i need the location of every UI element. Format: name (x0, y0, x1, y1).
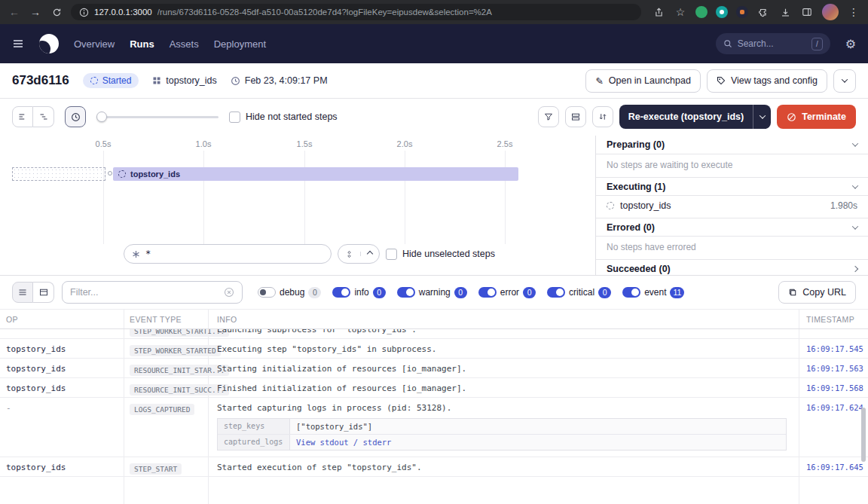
open-in-launchpad-button[interactable]: ✎ Open in Launchpad (585, 69, 701, 93)
chevron-down-icon (759, 112, 765, 118)
section-errored[interactable]: Errored (0) (596, 218, 868, 237)
toggle-switch[interactable] (547, 287, 565, 298)
reexecute-dropdown-button[interactable] (753, 105, 771, 129)
settings-gear-icon[interactable]: ⚙ (845, 37, 856, 51)
terminate-button[interactable]: Terminate (777, 105, 856, 129)
run-status-badge[interactable]: Started (83, 73, 139, 88)
log-row[interactable]: - LOGS_CAPTURED Started capturing logs i… (0, 398, 868, 457)
toggle-switch[interactable] (622, 287, 640, 298)
extension-icon[interactable] (695, 6, 708, 18)
dagster-logo[interactable] (39, 34, 59, 53)
toggle-switch[interactable] (478, 287, 497, 298)
profile-avatar[interactable] (822, 4, 839, 20)
step-selection-input-wrap[interactable] (124, 244, 332, 264)
axis-tick: 1.0s (196, 139, 212, 148)
hamburger-menu-icon[interactable] (12, 38, 24, 50)
log-row[interactable]: topstory_ids STEP_WORKER_STARTED Executi… (0, 339, 868, 359)
bookmark-star-icon[interactable]: ☆ (674, 5, 687, 19)
address-bar[interactable]: 127.0.0.1:3000/runs/673d6116-0528-45df-a… (71, 4, 641, 20)
toggle-switch[interactable] (332, 287, 350, 298)
collapse-icon[interactable] (360, 252, 379, 256)
checkbox[interactable] (386, 249, 397, 260)
section-executing[interactable]: Executing (1) (596, 177, 868, 196)
sort-arrows-icon[interactable] (592, 106, 613, 127)
level-filter-event[interactable]: event 11 (622, 287, 684, 298)
level-filter-info[interactable]: info 0 (332, 287, 385, 298)
gantt-step-bar[interactable]: topstory_ids (113, 167, 518, 181)
run-more-actions-button[interactable] (833, 69, 856, 93)
extension-icon[interactable] (716, 6, 728, 18)
level-filter-error[interactable]: error 0 (478, 287, 536, 298)
log-row[interactable]: STEP_WORKER_STARTI... Launching subproce… (0, 329, 868, 339)
section-preparing[interactable]: Preparing (0) (596, 136, 868, 154)
dagster-run-page: ← → 127.0.0.1:3000/runs/673d6116-0528-45… (0, 0, 868, 504)
level-filter-critical[interactable]: critical 0 (547, 287, 611, 298)
toggle-switch[interactable] (258, 287, 276, 298)
log-timestamp[interactable]: 16:09:17.545 (799, 339, 868, 358)
event-type-badge: LOGS_CAPTURED (130, 404, 194, 415)
rows-view-icon[interactable] (565, 106, 586, 127)
extension-icon[interactable] (736, 6, 748, 18)
log-timestamp[interactable]: 16:09:17.624 (799, 398, 868, 457)
run-id: 673d6116 (12, 73, 69, 88)
nav-item-overview[interactable]: Overview (74, 38, 115, 50)
view-stdout-stderr-link[interactable]: View stdout / stderr (290, 435, 397, 450)
global-search[interactable]: / (716, 33, 830, 54)
extensions-puzzle-icon[interactable] (756, 5, 770, 19)
log-row[interactable]: topstory_ids RESOURCE_INIT_SUCC... Finis… (0, 378, 868, 398)
job-name-chip[interactable]: topstory_ids (152, 75, 216, 86)
log-filter-input[interactable] (70, 287, 219, 298)
step-selection-input[interactable] (145, 249, 323, 259)
zoom-slider[interactable] (96, 116, 219, 118)
zoom-slider-knob[interactable] (96, 111, 107, 122)
log-filter-input-wrap[interactable] (62, 281, 243, 304)
executing-step-item[interactable]: topstory_ids 1.980s (596, 196, 868, 218)
reexecute-button[interactable]: Re-execute (topstory_ids) (619, 105, 753, 129)
view-tags-config-button[interactable]: View tags and config (707, 69, 827, 93)
browser-menu-icon[interactable]: ⋮ (847, 5, 860, 19)
browser-refresh-icon[interactable] (50, 5, 63, 19)
event-type-badge: STEP_START (130, 463, 182, 475)
filter-funnel-icon[interactable] (538, 106, 559, 127)
gridline (103, 151, 104, 244)
timing-view-icon[interactable] (65, 106, 86, 127)
checkbox[interactable] (229, 111, 240, 123)
nav-item-assets[interactable]: Assets (170, 38, 199, 50)
waterfall-view-icon[interactable] (33, 106, 54, 127)
log-timestamp[interactable]: 16:09:17.568 (799, 378, 868, 397)
level-filter-debug[interactable]: debug 0 (258, 287, 321, 298)
downloads-icon[interactable] (778, 5, 792, 19)
tag-icon (717, 76, 726, 85)
hide-not-started-checkbox-row[interactable]: Hide not started steps (229, 111, 338, 123)
browser-back-icon[interactable]: ← (8, 5, 21, 19)
running-spinner-icon (90, 77, 98, 84)
side-panel-icon[interactable] (800, 5, 814, 19)
browser-forward-icon[interactable]: → (29, 5, 42, 19)
share-icon[interactable] (652, 5, 665, 19)
clear-filter-icon[interactable] (224, 287, 234, 298)
axis-tick: 2.5s (497, 139, 513, 148)
log-list-view-icon[interactable] (12, 282, 33, 303)
step-spinner-icon (607, 202, 614, 209)
nav-item-runs[interactable]: Runs (130, 38, 154, 50)
site-info-icon[interactable] (79, 5, 89, 19)
log-table-view-icon[interactable] (33, 282, 54, 303)
log-timestamp[interactable]: 16:09:17.563 (799, 359, 868, 377)
log-row[interactable]: topstory_ids RESOURCE_INIT_STAR... Start… (0, 359, 868, 378)
log-scrollbar-thumb[interactable] (861, 408, 866, 462)
search-input[interactable] (738, 38, 806, 49)
copy-url-button[interactable]: Copy URL (778, 281, 856, 304)
run-gantt-section: 0.5s 1.0s 1.5s 2.0s 2.5s topstory_ids (0, 136, 868, 276)
log-timestamp[interactable]: 16:09:17.645 (799, 457, 868, 476)
toggle-switch[interactable] (397, 287, 415, 298)
level-filter-warning[interactable]: warning 0 (397, 287, 467, 298)
fit-view-icon[interactable] (338, 250, 360, 258)
nav-item-deployment[interactable]: Deployment (214, 38, 266, 50)
log-table: OP EVENT TYPE INFO TIMESTAMP STEP_WORKER… (0, 310, 868, 504)
run-start-time: Feb 23, 4:09:17 PM (231, 75, 328, 86)
flat-view-icon[interactable] (12, 106, 33, 127)
hide-unselected-checkbox-row[interactable]: Hide unselected steps (386, 249, 495, 260)
selection-glob-icon (132, 250, 140, 258)
log-row[interactable]: topstory_ids STEP_START Started executio… (0, 457, 868, 477)
log-timestamp[interactable] (799, 329, 868, 338)
